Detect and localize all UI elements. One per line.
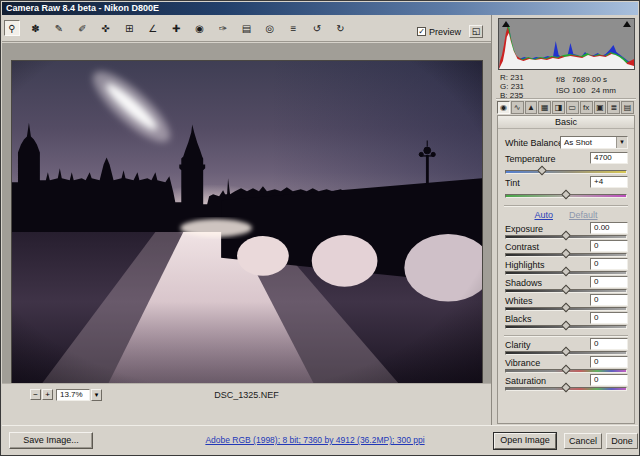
contrast-value-field[interactable]: 0 <box>590 240 628 252</box>
highlights-value-field[interactable]: 0 <box>590 258 628 270</box>
spot-removal-tool-icon[interactable]: ✚ <box>168 21 184 37</box>
tab-basic-icon[interactable]: ◉ <box>497 101 510 114</box>
tab-hsl-grayscale-icon[interactable]: ▦ <box>538 101 551 114</box>
r-value: 231 <box>510 73 523 82</box>
preview-status-bar: − + 13.7% ▾ DSC_1325.NEF <box>2 383 491 405</box>
highlight-clipping-toggle-icon[interactable] <box>623 21 631 27</box>
divider <box>504 205 628 207</box>
crop-tool-icon[interactable]: ⊞ <box>121 21 137 37</box>
straighten-tool-icon[interactable]: ∠ <box>145 21 161 37</box>
zoom-tool-icon[interactable]: ⚲ <box>4 20 20 36</box>
tab-lens-corrections-icon[interactable]: ▭ <box>566 101 579 114</box>
open-image-button[interactable]: Open Image <box>494 433 556 449</box>
contrast-slider-thumb[interactable] <box>561 249 571 259</box>
vibrance-label: Vibrance <box>505 358 540 368</box>
rotate-left-icon[interactable]: ↺ <box>309 21 325 37</box>
exposure-value-field[interactable]: 0.00 <box>590 222 628 234</box>
aperture-value: f/8 <box>556 75 565 84</box>
title-bar[interactable]: Camera Raw 8.4 beta - Nikon D800E <box>2 2 638 15</box>
shadow-clipping-toggle-icon[interactable] <box>502 21 510 27</box>
temperature-slider-thumb[interactable] <box>537 166 547 176</box>
tool-bar: ⚲ ✽ ✎ ✐ ✜ ⊞ ∠ ✚ ◉ ✑ ▤ ◎ ≡ ↺ ↻ ✓Preview◱ <box>2 15 491 42</box>
blacks-value-field[interactable]: 0 <box>590 312 628 324</box>
temperature-slider-track[interactable] <box>505 170 627 174</box>
shadows-slider-track[interactable] <box>505 289 627 293</box>
preview-area: − + 13.7% ▾ DSC_1325.NEF <box>2 43 491 405</box>
default-link[interactable]: Default <box>569 210 598 220</box>
color-sampler-tool-icon[interactable]: ✐ <box>74 21 90 37</box>
red-eye-tool-icon[interactable]: ◉ <box>192 21 208 37</box>
contrast-slider-track[interactable] <box>505 253 627 257</box>
vibrance-slider-track[interactable] <box>505 369 627 373</box>
photo-canvas[interactable] <box>11 60 483 398</box>
hand-tool-icon[interactable]: ✽ <box>27 21 43 37</box>
exposure-label: Exposure <box>505 224 543 234</box>
basic-panel: Basic White Balance: As Shot ▼ Temperatu… <box>497 115 635 424</box>
tab-camera-calibration-icon[interactable]: ▣ <box>594 101 607 114</box>
westminster-photo <box>12 61 482 397</box>
shadows-slider-row: Shadows 0 <box>503 278 629 295</box>
exposure-slider-track[interactable] <box>505 235 627 239</box>
toggle-fullscreen-button[interactable]: ◱ <box>469 25 483 38</box>
vibrance-slider-thumb[interactable] <box>561 365 571 375</box>
saturation-slider-row: Saturation 0 <box>503 376 629 393</box>
tab-effects-icon[interactable]: fx <box>580 101 593 114</box>
blacks-slider-row: Blacks 0 <box>503 314 629 331</box>
contrast-label: Contrast <box>505 242 539 252</box>
white-balance-value: As Shot <box>564 138 592 147</box>
saturation-slider-thumb[interactable] <box>561 383 571 393</box>
tab-split-toning-icon[interactable]: ◨ <box>552 101 565 114</box>
clarity-slider-track[interactable] <box>505 351 627 355</box>
exposure-slider-thumb[interactable] <box>561 231 571 241</box>
white-balance-tool-icon[interactable]: ✎ <box>51 21 67 37</box>
blacks-slider-thumb[interactable] <box>561 321 571 331</box>
tab-tone-curve-icon[interactable]: ∿ <box>511 101 524 114</box>
whites-slider-row: Whites 0 <box>503 296 629 313</box>
iso-value: ISO 100 <box>556 86 585 95</box>
clarity-slider-thumb[interactable] <box>561 347 571 357</box>
tab-presets-icon[interactable]: ≣ <box>607 101 620 114</box>
saturation-value-field[interactable]: 0 <box>590 374 628 386</box>
tab-detail-icon[interactable]: ▲ <box>525 101 538 114</box>
highlights-slider-track[interactable] <box>505 271 627 275</box>
tint-value-field[interactable]: +4 <box>590 176 628 188</box>
preferences-icon[interactable]: ≡ <box>285 21 301 37</box>
tab-snapshots-icon[interactable]: ▤ <box>621 101 634 114</box>
g-value: 231 <box>511 82 524 91</box>
save-image-button[interactable]: Save Image... <box>9 432 93 449</box>
rotate-right-icon[interactable]: ↻ <box>332 21 348 37</box>
tint-slider-thumb[interactable] <box>561 190 571 200</box>
vibrance-value-field[interactable]: 0 <box>590 356 628 368</box>
divider <box>496 98 636 100</box>
preview-label: Preview <box>429 27 461 37</box>
targeted-adjustment-tool-icon[interactable]: ✜ <box>98 21 114 37</box>
radial-filter-tool-icon[interactable]: ◎ <box>262 21 278 37</box>
highlights-slider-thumb[interactable] <box>561 267 571 277</box>
workflow-options-link[interactable]: Adobe RGB (1998); 8 bit; 7360 by 4912 (3… <box>162 435 468 445</box>
adjustment-brush-tool-icon[interactable]: ✑ <box>215 21 231 37</box>
r-label: R: <box>500 73 508 82</box>
adjustments-panel: R: 231 G: 231 B: 235 f/87689.00 s ISO 10… <box>491 15 640 427</box>
tint-slider-track[interactable] <box>505 194 627 198</box>
saturation-slider-track[interactable] <box>505 387 627 391</box>
done-button[interactable]: Done <box>606 433 638 449</box>
clarity-slider-row: Clarity 0 <box>503 340 629 357</box>
cancel-button[interactable]: Cancel <box>564 433 602 449</box>
clarity-value-field[interactable]: 0 <box>590 338 628 350</box>
temperature-value-field[interactable]: 4700 <box>590 152 628 164</box>
chevron-down-icon[interactable]: ▼ <box>616 137 627 148</box>
exposure-slider-row: Exposure 0.00 <box>503 224 629 241</box>
histogram <box>498 18 635 70</box>
whites-slider-thumb[interactable] <box>561 303 571 313</box>
shadows-slider-thumb[interactable] <box>561 285 571 295</box>
whites-value-field[interactable]: 0 <box>590 294 628 306</box>
preview-checkbox[interactable]: ✓ <box>417 27 426 36</box>
whites-slider-track[interactable] <box>505 307 627 311</box>
shadows-value-field[interactable]: 0 <box>590 276 628 288</box>
panel-tab-strip: ◉ ∿ ▲ ▦ ◨ ▭ fx ▣ ≣ ▤ <box>497 101 635 115</box>
histogram-plot <box>499 19 634 69</box>
blacks-slider-track[interactable] <box>505 325 627 329</box>
graduated-filter-tool-icon[interactable]: ▤ <box>239 21 255 37</box>
auto-link[interactable]: Auto <box>534 210 553 220</box>
white-balance-select[interactable]: As Shot ▼ <box>560 136 628 149</box>
